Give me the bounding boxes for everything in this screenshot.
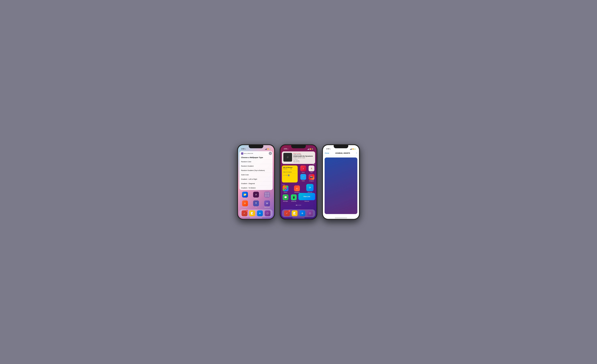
up-next-label: UP NEXT	[293, 159, 314, 160]
time-phone2: 2:53	[284, 148, 287, 150]
music-icon: ♪	[300, 166, 306, 171]
soor-widget-label: Soor	[313, 163, 315, 165]
color-title: #234BA8, #602979	[335, 152, 350, 154]
share-button[interactable]: ↑	[356, 152, 357, 154]
soor-widget[interactable]: # NOW PLAYING Codes and Keys Underneath …	[282, 151, 315, 164]
home-indicator-2[interactable]	[292, 218, 305, 218]
anybuffer-icon: ≡	[242, 200, 248, 206]
notch-3	[334, 145, 348, 148]
dot2-1	[296, 205, 297, 206]
app-soor[interactable]: S Soor	[308, 166, 315, 173]
notes-avatar	[288, 174, 290, 176]
wallcreator-app-icon: W	[264, 200, 270, 206]
app-shortcuts-folder[interactable]	[263, 192, 271, 199]
slack-icon: #	[253, 192, 259, 198]
soor-icon: S	[309, 166, 314, 171]
wc-item-random-gradient[interactable]: Random Gradient	[239, 164, 273, 168]
safari-icon-2: ⊕	[299, 210, 305, 216]
slack-label: Slack	[255, 198, 257, 199]
photos-label: Photos	[284, 192, 287, 193]
app-slack[interactable]: # Slack	[252, 192, 260, 199]
home-indicator-3[interactable]	[335, 218, 347, 218]
dock-safari[interactable]: ⊕	[256, 210, 264, 216]
app-row-1: 📁 Files # Slack	[239, 192, 273, 199]
now-playing-label: NOW PLAYING	[293, 153, 314, 154]
app-twitter[interactable]: 🐦 Twitter	[300, 174, 307, 182]
todoist-badge: 12	[246, 210, 248, 212]
gradient-preview	[325, 158, 357, 214]
signal-bars-2	[307, 149, 309, 150]
dock-phone1: ✓ 12 📝 ⊕ ⬡	[239, 209, 273, 217]
wallcreator-card: W WALLCREATOR Choose a Wallpaper Type Ra…	[239, 151, 273, 190]
up-next-song1: Tiny Vessels	[293, 160, 314, 161]
notes-widget[interactable]: iOS 14 Review: Federico ← → BK Table of …	[282, 166, 298, 182]
home-indicator-1[interactable]	[250, 218, 262, 218]
shortcuts-widget-label: Shortcuts	[308, 192, 312, 193]
app-photos[interactable]: 🌺 Photos	[282, 185, 289, 193]
location-icon-3: ▲	[330, 148, 331, 150]
song-codes-keys: Codes and Keys	[293, 154, 314, 155]
music-label: Music	[302, 172, 305, 173]
app-wallcreator[interactable]: W WallCreator	[263, 200, 271, 208]
dock2-notes[interactable]: 📝	[291, 210, 298, 216]
tot-icon: T	[253, 200, 259, 206]
wc-item-random-color[interactable]: Random Color	[239, 159, 273, 164]
app-instagram[interactable]: 📷 Instagram	[308, 174, 315, 182]
app-anybuffer[interactable]: ≡ Anybuffer	[241, 200, 249, 208]
notes-line2: Federico ← → BK	[283, 168, 296, 170]
notch	[249, 145, 263, 148]
app-fantastical[interactable]: ● F Fantastical	[293, 185, 301, 193]
dot2-4	[300, 205, 301, 206]
shortcuts-label-2: Shortcuts	[305, 201, 309, 202]
wc-item-random-gradient-tb[interactable]: Random Gradient (Top to Bottom)	[239, 168, 273, 173]
messages-row: 💬 Messages 📱 WhatsApp View Link Shortcut…	[282, 193, 315, 202]
whatsapp-label: WhatsApp	[291, 201, 296, 202]
fantastical-icon: ● F	[294, 185, 300, 191]
signal-bars-3	[350, 149, 352, 150]
wc-item-gradient-bottom[interactable]: Gradient - To Bottom	[239, 186, 273, 190]
done-button[interactable]: Done	[325, 152, 329, 154]
wc-item-solid-color[interactable]: Solid Color	[239, 173, 273, 177]
dock-todoist[interactable]: ✓ 12	[241, 210, 248, 216]
phone-2: 2:53 ▲ 📶 🔋 # NOW PLAYING Codes	[280, 144, 317, 220]
song-title-main: Underneath the Sycamore	[293, 155, 314, 157]
app-whatsapp[interactable]: 📱 WhatsApp	[290, 194, 297, 202]
dock2-shortcuts[interactable]: ⬡	[306, 210, 314, 216]
messages-icon: 💬	[283, 194, 288, 200]
time-phone3: 2:54	[326, 148, 330, 150]
notes-time: 1:17 PM	[283, 174, 296, 176]
todoist-icon: ✓ 12	[242, 210, 247, 216]
wc-item-gradient-diag[interactable]: Gradient - Diagonal	[239, 181, 273, 186]
battery-icon-3: 🔋	[354, 148, 356, 150]
instagram-label: Instagram	[309, 180, 314, 182]
twitter-label: Twitter	[302, 180, 305, 182]
app-tot[interactable]: T Tot	[252, 200, 260, 208]
dock-shortcuts[interactable]: ⬡	[264, 210, 271, 216]
app-files[interactable]: 📁 Files	[241, 192, 249, 199]
todoist-badge-2: 12	[288, 210, 290, 212]
phone3-screen: 2:54 ▲ 📶 🔋 Done #234BA8, #602979 ↑	[323, 145, 359, 219]
shortcuts-widget-container[interactable]: ⟳ Shortcuts	[305, 184, 315, 193]
todoist-icon-2: ✓ 12	[284, 210, 290, 216]
photos-row: 🌺 Photos ● F Fantastical ⟳ Shortcuts	[282, 184, 315, 193]
dock2-safari[interactable]: ⊕	[299, 210, 306, 216]
wc-item-gradient-lr[interactable]: Gradient - Left to Right	[239, 177, 273, 181]
dock2-todoist[interactable]: ✓ 12	[283, 210, 291, 216]
files-label: Files	[244, 198, 246, 199]
camera-button[interactable]: ●	[269, 152, 272, 155]
app-row-2: ≡ Anybuffer T Tot W WallCreator	[239, 200, 273, 208]
twitter-icon: 🐦	[300, 174, 306, 180]
view-link-widget[interactable]: View Link Shortcuts	[298, 193, 315, 202]
music-soor-grid: ♪ Music S Soor 🐦 Twitter 📷 Inst	[300, 166, 315, 182]
phone-1: 2:53 ▲ 📶 🔋 W WALLCREATOR Choose a Wallp	[237, 144, 275, 220]
phone-3: 2:54 ▲ 📶 🔋 Done #234BA8, #602979 ↑	[322, 144, 360, 220]
app-messages[interactable]: 💬 Messages	[282, 194, 289, 202]
app-music[interactable]: ♪ Music	[300, 166, 307, 173]
dock-notes[interactable]: 📝	[249, 210, 256, 216]
phone3-header: Done #234BA8, #602979 ↑	[323, 150, 359, 156]
shortcuts-icon-2: ⬡	[307, 210, 313, 216]
view-link-btn[interactable]: View Link	[298, 193, 315, 200]
anybuffer-label: Anybuffer	[243, 207, 247, 208]
notes-title: iOS 14 Review:	[283, 167, 296, 168]
time-phone1: 2:53	[241, 148, 244, 150]
